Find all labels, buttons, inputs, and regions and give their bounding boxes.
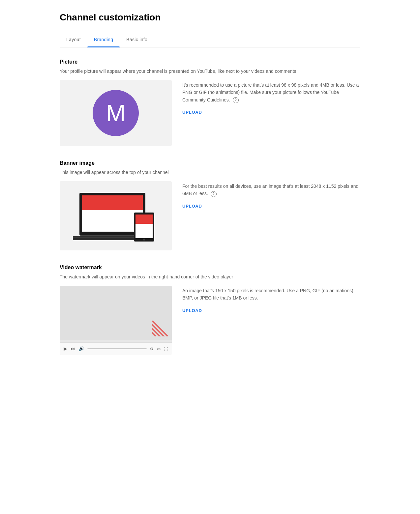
- picture-info: It's recommended to use a picture that's…: [182, 80, 360, 116]
- tab-layout[interactable]: Layout: [60, 32, 87, 47]
- watermark-upload-button[interactable]: UPLOAD: [182, 308, 202, 313]
- volume-bar[interactable]: [87, 348, 147, 349]
- watermark-description: The watermark will appear on your videos…: [60, 273, 360, 280]
- svg-rect-7: [135, 214, 153, 224]
- svg-point-8: [143, 239, 145, 241]
- video-player-mockup: ▶ ⏭ 🔊 ⚙ ▭ ⛶: [60, 286, 172, 355]
- banner-section: Banner image This image will appear acro…: [60, 159, 360, 250]
- banner-description: This image will appear across the top of…: [60, 169, 360, 176]
- picture-section: Picture Your profile picture will appear…: [60, 58, 360, 146]
- watermark-title: Video watermark: [60, 264, 360, 271]
- avatar: M: [93, 90, 139, 136]
- banner-upload-button[interactable]: UPLOAD: [182, 204, 202, 209]
- tab-branding[interactable]: Branding: [87, 32, 120, 47]
- watermark-content: ▶ ⏭ 🔊 ⚙ ▭ ⛶ An image that's 150 x 150 pi…: [60, 286, 360, 355]
- play-icon[interactable]: ▶: [64, 345, 67, 352]
- miniplayer-icon[interactable]: ▭: [157, 346, 161, 352]
- video-screen: [60, 286, 172, 340]
- banner-info-text: For the best results on all devices, use…: [182, 183, 360, 197]
- banner-illustration: [70, 186, 162, 245]
- picture-content: M It's recommended to use a picture that…: [60, 80, 360, 146]
- picture-description: Your profile picture will appear where y…: [60, 68, 360, 75]
- picture-info-text: It's recommended to use a picture that's…: [182, 81, 360, 103]
- banner-info: For the best results on all devices, use…: [182, 181, 360, 210]
- watermark-info-text: An image that's 150 x 150 pixels is reco…: [182, 287, 360, 302]
- banner-content: For the best results on all devices, use…: [60, 181, 360, 250]
- watermark-info: An image that's 150 x 150 pixels is reco…: [182, 286, 360, 314]
- banner-help-icon[interactable]: ?: [211, 191, 217, 197]
- banner-title: Banner image: [60, 159, 360, 167]
- tabs-nav: Layout Branding Basic info: [60, 32, 360, 47]
- picture-title: Picture: [60, 58, 360, 66]
- settings-icon[interactable]: ⚙: [150, 346, 154, 352]
- watermark-preview-box: ▶ ⏭ 🔊 ⚙ ▭ ⛶: [60, 286, 172, 355]
- picture-upload-button[interactable]: UPLOAD: [182, 110, 202, 115]
- svg-line-13: [152, 332, 156, 336]
- svg-rect-2: [82, 195, 143, 210]
- skip-icon[interactable]: ⏭: [71, 345, 75, 352]
- picture-preview-box: M: [60, 80, 172, 146]
- banner-preview-box: [60, 181, 172, 250]
- tab-basic-info[interactable]: Basic info: [120, 32, 154, 47]
- watermark-placeholder: [152, 321, 168, 336]
- picture-help-icon[interactable]: ?: [233, 97, 239, 103]
- watermark-icon: [152, 321, 168, 336]
- volume-icon[interactable]: 🔊: [78, 345, 84, 352]
- watermark-section: Video watermark The watermark will appea…: [60, 264, 360, 355]
- fullscreen-icon[interactable]: ⛶: [164, 346, 168, 352]
- page-title: Channel customization: [60, 11, 360, 24]
- scrubber-bar[interactable]: [60, 340, 172, 342]
- video-controls: ▶ ⏭ 🔊 ⚙ ▭ ⛶: [60, 342, 172, 355]
